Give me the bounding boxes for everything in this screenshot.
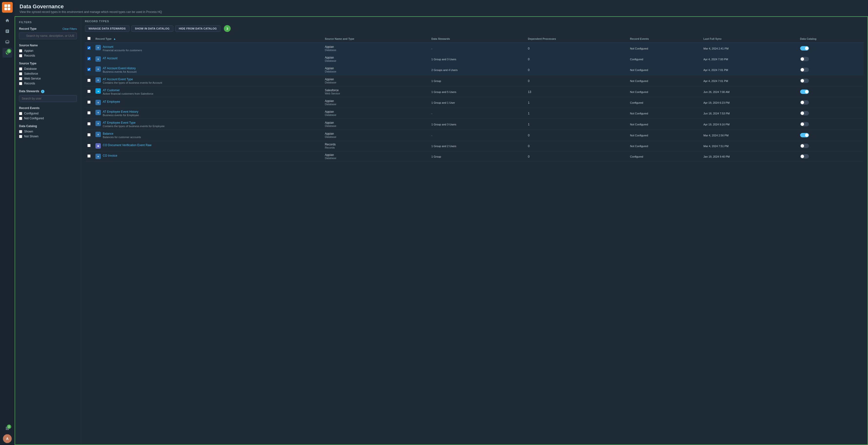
- catalog-not-shown-checkbox[interactable]: [19, 135, 22, 138]
- manage-data-stewards-button[interactable]: MANAGE DATA STEWARDS: [85, 25, 129, 32]
- catalog-not-shown[interactable]: Not Shown: [19, 135, 77, 138]
- data-stewards-value: 1 Group and 5 Users: [431, 91, 456, 93]
- record-type-cell: a CO Invoice: [95, 154, 320, 159]
- source-name-appian[interactable]: Appian: [19, 49, 77, 53]
- col-record-type[interactable]: Record Type ▲: [93, 35, 322, 43]
- select-all-checkbox[interactable]: [87, 37, 91, 40]
- record-name-link[interactable]: AT Account Event History: [103, 67, 136, 70]
- catalog-toggle-3[interactable]: [800, 78, 809, 83]
- row-checkbox-9[interactable]: [87, 144, 91, 147]
- record-name-link[interactable]: Balance: [103, 132, 113, 135]
- nav-grid[interactable]: 2: [2, 423, 12, 433]
- data-stewards-search-input[interactable]: [19, 95, 77, 102]
- app-logo[interactable]: [2, 2, 13, 13]
- filter-data-stewards-label: Data Stewards i: [19, 90, 77, 93]
- user-avatar[interactable]: A: [3, 434, 12, 443]
- row-checkbox-7[interactable]: [87, 122, 91, 125]
- dependent-processes-value: 1: [528, 123, 530, 126]
- source-type-records[interactable]: Records: [19, 82, 77, 85]
- row-checkbox-5[interactable]: [87, 100, 91, 104]
- record-name-link[interactable]: AT Employee Event History: [103, 110, 138, 114]
- row-checkbox-1[interactable]: [87, 57, 91, 60]
- catalog-toggle-2[interactable]: [800, 68, 809, 72]
- catalog-not-shown-label: Not Shown: [24, 135, 38, 138]
- table-row: a AT Employee Event Type Contains the ty…: [85, 119, 864, 130]
- source-type-webservice-checkbox[interactable]: [19, 77, 22, 80]
- row-checkbox-2[interactable]: [87, 68, 91, 71]
- record-name-link[interactable]: AT Account: [103, 57, 117, 60]
- record-name-link[interactable]: Account: [103, 45, 113, 49]
- filter-data-catalog-label: Data Catalog: [19, 124, 77, 128]
- catalog-toggle-9[interactable]: [800, 144, 809, 148]
- source-type-records-label: Records: [24, 82, 35, 85]
- source-cell: Appian Database: [325, 67, 427, 73]
- record-type-search-input[interactable]: [19, 32, 77, 39]
- record-events-value: Configured: [630, 58, 643, 61]
- source-cell: Appian Database: [325, 99, 427, 106]
- source-name: Appian: [325, 56, 336, 59]
- source-type-salesforce-checkbox[interactable]: [19, 72, 22, 75]
- page-title: Data Governance: [20, 3, 863, 10]
- source-name: Appian: [325, 132, 336, 135]
- catalog-toggle-4[interactable]: [800, 90, 809, 94]
- source-type-records-checkbox[interactable]: [19, 82, 22, 85]
- row-checkbox-10[interactable]: [87, 154, 91, 158]
- dependent-processes-value: 0: [528, 58, 530, 61]
- record-name-link[interactable]: AT Customer: [103, 89, 120, 92]
- source-cell: Records Records: [325, 143, 427, 149]
- source-type: Database: [325, 59, 336, 62]
- catalog-shown-checkbox[interactable]: [19, 130, 22, 133]
- catalog-toggle-5[interactable]: [800, 100, 809, 105]
- catalog-toggle-6[interactable]: [800, 111, 809, 116]
- record-events-value: Not Configured: [630, 134, 648, 137]
- source-name-records-checkbox[interactable]: [19, 54, 22, 57]
- dependent-processes-value: 0: [528, 47, 530, 50]
- catalog-toggle-0[interactable]: [800, 46, 809, 51]
- source-type-database-checkbox[interactable]: [19, 67, 22, 70]
- hide-from-catalog-button[interactable]: HIDE FROM DATA CATALOG: [175, 25, 221, 32]
- events-not-configured-checkbox[interactable]: [19, 117, 22, 120]
- events-configured[interactable]: Configured: [19, 112, 77, 115]
- source-name-records[interactable]: Records: [19, 54, 77, 57]
- row-checkbox-6[interactable]: [87, 111, 91, 115]
- col-events: Record Events: [627, 35, 701, 43]
- source-type-webservice-label: Web Service: [24, 77, 41, 80]
- row-checkbox-8[interactable]: [87, 133, 91, 136]
- source-name-appian-checkbox[interactable]: [19, 49, 22, 53]
- record-description: Active financial customers from Salesfor…: [103, 92, 153, 95]
- nav-grid-badge: 2: [7, 424, 11, 429]
- record-name-link[interactable]: AT Account Event Type: [103, 77, 133, 81]
- catalog-toggle-10[interactable]: [800, 154, 809, 159]
- col-sync: Last Full Sync: [701, 35, 798, 43]
- catalog-toggle-1[interactable]: [800, 57, 809, 61]
- show-in-catalog-button[interactable]: SHOW IN DATA CATALOG: [131, 25, 173, 32]
- row-checkbox-4[interactable]: [87, 90, 91, 93]
- source-type: Database: [325, 124, 336, 127]
- row-checkbox-0[interactable]: [87, 46, 91, 50]
- row-checkbox-3[interactable]: [87, 79, 91, 82]
- catalog-toggle-8[interactable]: [800, 133, 809, 137]
- record-name-link[interactable]: AT Employee: [103, 100, 120, 103]
- records-icon: ▣: [95, 143, 101, 149]
- events-configured-checkbox[interactable]: [19, 112, 22, 115]
- last-sync-value: Apr 4, 2024 7:01 PM: [704, 80, 728, 83]
- catalog-toggle-7[interactable]: [800, 122, 809, 126]
- clear-filters-link[interactable]: Clear Filters: [62, 27, 77, 30]
- record-name-link[interactable]: AT Employee Event Type: [103, 121, 135, 124]
- filter-record-type-header: Record Type Clear Filters: [19, 27, 77, 31]
- record-type-cell: ☁ AT Customer Active financial customers…: [95, 88, 320, 95]
- source-type-salesforce[interactable]: Salesforce: [19, 72, 77, 75]
- salesforce-icon: ☁: [95, 88, 101, 94]
- record-name-link[interactable]: CO Invoice: [103, 154, 117, 157]
- nav-home[interactable]: [2, 15, 12, 25]
- nav-analytics[interactable]: [2, 26, 12, 36]
- nav-governance[interactable]: 1: [2, 48, 12, 58]
- data-stewards-info-icon[interactable]: i: [41, 90, 44, 93]
- events-not-configured[interactable]: Not Configured: [19, 117, 77, 120]
- record-name-link[interactable]: CO Document Verification Event Raw: [103, 144, 151, 147]
- catalog-shown[interactable]: Shown: [19, 130, 77, 133]
- nav-data[interactable]: [2, 37, 12, 47]
- source-type-database[interactable]: Database: [19, 67, 77, 70]
- svg-rect-3: [7, 7, 10, 10]
- source-type-webservice[interactable]: Web Service: [19, 77, 77, 80]
